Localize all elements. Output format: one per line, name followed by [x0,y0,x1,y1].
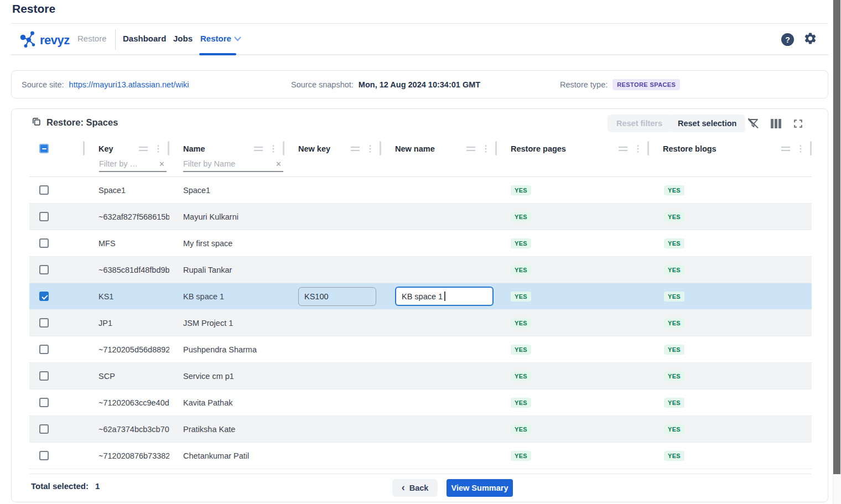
table-row[interactable]: ~71202063cc9e40d1d Kavita Pathak YES YES [29,389,812,416]
nav-divider [115,29,116,50]
active-tab-underline [199,53,236,55]
row-checkbox[interactable] [39,238,49,248]
restore-page: Restore revyz Restore Dashboard [0,0,841,504]
clear-name-filter-icon[interactable]: ✕ [274,160,283,168]
source-snapshot-value: Mon, 12 Aug 2024 10:34:01 GMT [359,80,480,89]
row-checkbox[interactable] [39,451,49,460]
clear-key-filter-icon[interactable]: ✕ [157,160,167,168]
panel-title: Restore: Spaces [46,117,118,128]
table-row[interactable]: KS1 KB space 1 KS100 KB space 1 YES YES [29,283,812,310]
reset-selection-button[interactable]: Reset selection [669,115,745,132]
column-header-name: Name ⋮ [169,139,284,158]
column-menu-icon[interactable]: ⋮ [366,144,375,153]
navbar: revyz Restore Dashboard Jobs Restore ? [11,24,828,55]
table-row[interactable]: ~7120205d56d889285 Pushpendra Sharma YES… [29,336,812,363]
new-name-value: KB space 1 [402,292,443,301]
nav-item-dashboard[interactable]: Dashboard [123,34,166,43]
row-checkbox[interactable] [39,185,49,195]
column-header-restore-blogs: Restore blogs ⋮ [649,139,812,158]
row-checkbox[interactable] [39,398,49,407]
row-checkbox[interactable] [39,212,49,221]
help-icon[interactable]: ? [781,33,794,46]
cell-key: ~6385c81df48fbd9b62 [85,257,169,283]
cell-key: ~71202063cc9e40d1d [85,389,169,415]
text-caret [444,292,445,301]
column-drag-handle-icon[interactable] [254,147,263,151]
new-key-value: KS100 [304,292,329,301]
restore-pages-badge: YES [511,292,531,302]
brand-name: revyz [40,33,70,48]
fullscreen-icon[interactable] [791,117,804,130]
key-filter-input[interactable]: Filter by … ✕ [99,159,167,172]
revyz-molecule-icon [20,29,38,51]
source-site-link[interactable]: https://mayuri13.atlassian.net/wiki [69,80,189,89]
new-key-input[interactable]: KS100 [298,287,376,306]
column-menu-icon[interactable]: ⋮ [634,144,642,153]
select-all-checkbox[interactable] [39,144,49,153]
brand-logo[interactable]: revyz [20,29,70,51]
page-title: Restore [12,2,55,15]
restore-type-label: Restore type: [560,80,608,89]
footer-divider [29,474,811,474]
nav-item-jobs[interactable]: Jobs [173,34,193,43]
restore-blogs-badge: YES [664,185,684,195]
table-row[interactable]: JP1 JSM Project 1 YES YES [29,310,812,336]
column-drag-handle-icon[interactable] [466,147,475,151]
restore-blogs-badge: YES [664,238,684,248]
table-row[interactable]: ~6385c81df48fbd9b62 Rupali Tankar YES YE… [29,257,812,283]
table-row[interactable]: MFS My first space YES YES [29,230,812,257]
restore-blogs-badge: YES [664,292,684,302]
restore-blogs-badge: YES [664,265,684,275]
new-name-input[interactable]: KB space 1 [395,287,494,306]
table-row[interactable]: Space1 Space1 YES YES [29,177,812,204]
column-drag-handle-icon[interactable] [351,147,360,151]
cell-name: My first space [169,230,284,256]
row-checkbox[interactable] [39,265,49,274]
reset-filters-button[interactable]: Reset filters [608,115,671,132]
spaces-table: Key ⋮ Name ⋮ New key [29,139,812,469]
page-scrollbar-thumb[interactable] [833,0,840,474]
cell-name: JSM Project 1 [169,310,284,336]
cell-key: ~62a7374bcb3cb7006 [85,416,169,442]
restore-spaces-panel: Restore: Spaces Reset filters Reset sele… [11,108,828,502]
total-selected-value: 1 [95,481,100,491]
cell-name: Chetankumar Patil [169,443,284,469]
table-row[interactable]: SCP Service cm p1 YES YES [29,363,812,389]
settings-gear-icon[interactable] [803,32,817,48]
name-filter-placeholder: Filter by Name [183,159,235,168]
column-header-new-name: New name ⋮ [381,139,497,158]
columns-icon[interactable] [769,117,782,130]
source-site-label: Source site: [22,80,64,89]
column-menu-icon[interactable]: ⋮ [481,144,490,153]
filter-off-icon[interactable] [746,117,760,130]
column-menu-icon[interactable]: ⋮ [154,144,163,153]
restore-pages-badge: YES [511,371,531,381]
column-menu-icon[interactable]: ⋮ [269,144,278,153]
table-row[interactable]: ~712020876b733824a Chetankumar Patil YES… [29,443,812,469]
name-filter-input[interactable]: Filter by Name ✕ [183,159,283,172]
column-header-key: Key ⋮ [85,139,169,158]
column-menu-icon[interactable]: ⋮ [796,144,805,153]
cell-name: Service cm p1 [169,363,284,389]
table-row[interactable]: ~632af827f568615bdc Mayuri Kulkarni YES … [29,204,812,230]
filter-row: Filter by … ✕ Filter by Name ✕ [29,158,812,177]
back-button[interactable]: ‹ Back [392,479,438,497]
restore-blogs-badge: YES [664,318,684,328]
row-checkbox[interactable] [39,371,49,381]
column-label: New key [298,144,330,153]
row-checkbox[interactable] [39,424,49,434]
restore-pages-badge: YES [511,345,531,355]
column-drag-handle-icon[interactable] [619,147,627,151]
page-scrollbar-track[interactable] [833,0,841,504]
column-drag-handle-icon[interactable] [781,147,790,151]
nav-item-restore[interactable]: Restore [200,34,241,43]
row-checkbox[interactable] [39,318,49,328]
column-drag-handle-icon[interactable] [139,147,148,151]
restore-blogs-badge: YES [664,424,684,434]
table-row[interactable]: ~62a7374bcb3cb7006 Pratiksha Kate YES YE… [29,416,812,443]
row-checkbox[interactable] [39,345,49,354]
cell-name: Kavita Pathak [169,389,284,415]
view-summary-button[interactable]: View Summary [447,479,513,497]
row-checkbox[interactable] [39,292,49,301]
restore-pages-badge: YES [511,238,531,248]
